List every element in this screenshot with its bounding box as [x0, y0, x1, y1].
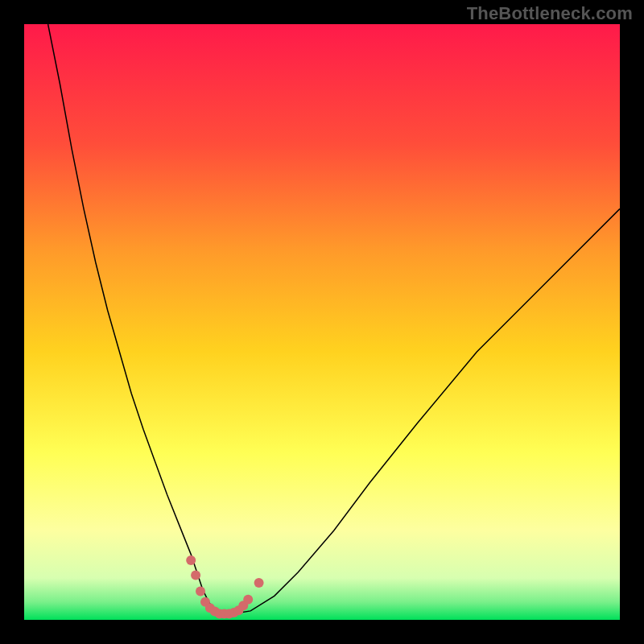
chart-frame: TheBottleneck.com [0, 0, 644, 644]
watermark-text: TheBottleneck.com [467, 3, 633, 24]
plot-area [24, 24, 620, 620]
highlight-dot [191, 571, 200, 580]
highlight-dot [254, 578, 264, 588]
highlight-dot [196, 587, 205, 597]
gradient-background [24, 24, 620, 620]
highlight-dot [243, 595, 253, 605]
chart-svg [24, 24, 620, 620]
highlight-dot [186, 555, 196, 565]
